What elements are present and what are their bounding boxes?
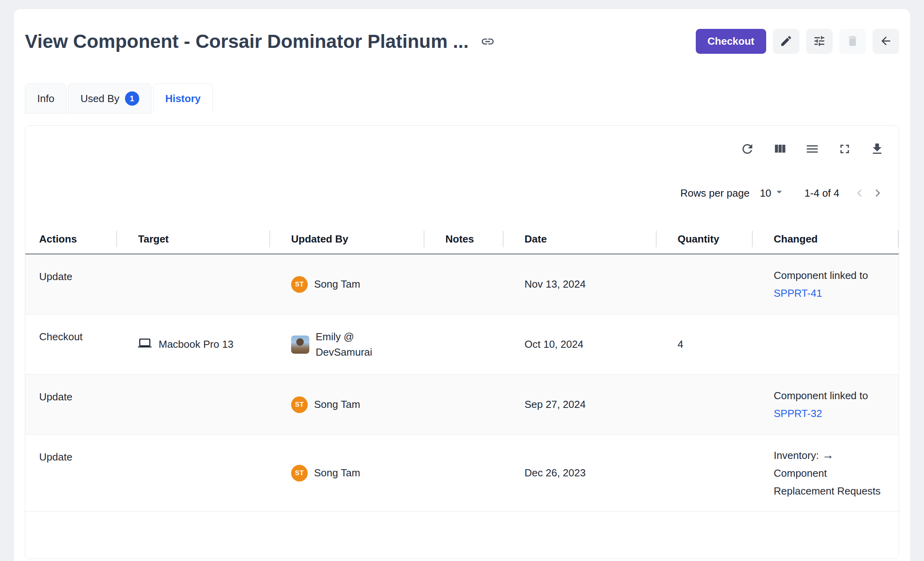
changed-text: Component linked to [774,387,868,405]
tab-history[interactable]: History [153,83,213,114]
tab-bar: Info Used By 1 History [25,83,899,114]
cell-notes [424,254,504,314]
page-title: View Component - Corsair Dominator Plati… [25,30,469,52]
arrow-right-icon: → [822,448,834,461]
avatar: ST [291,396,308,413]
previous-page-button[interactable] [850,184,869,202]
cell-changed: Inventory:→ Component Replacement Reques… [753,435,899,511]
column-header-updated-by[interactable]: Updated By [270,233,424,245]
avatar: ST [291,276,308,293]
page-header: View Component - Corsair Dominator Plati… [25,9,899,54]
used-by-count-badge: 1 [125,91,139,106]
density-icon[interactable] [805,142,820,156]
cell-notes [424,435,504,511]
next-page-button[interactable] [869,184,887,202]
spprt-link[interactable]: SPPRT-41 [774,284,868,302]
cell-changed: Component linked to SPPRT-32 [753,375,899,434]
column-header-changed[interactable]: Changed [753,233,899,245]
laptop-icon [138,336,151,353]
main-card: View Component - Corsair Dominator Plati… [14,9,910,561]
rows-per-page-select[interactable]: 10 [760,186,786,201]
column-header-target[interactable]: Target [117,233,270,245]
cell-changed: Component linked to SPPRT-41 [753,254,899,314]
settings-button[interactable] [806,29,833,54]
tab-history-label: History [165,93,201,105]
empty-table-footer [25,512,899,559]
copy-link-icon[interactable] [481,34,495,49]
pagination-bar: Rows per page 10 1-4 of 4 [25,184,899,202]
fullscreen-icon[interactable] [837,142,852,156]
cell-quantity [657,435,753,511]
download-icon[interactable] [870,142,884,156]
cell-updated-by: ST Song Tam [270,435,424,511]
pencil-icon [780,34,793,49]
cell-date: Sep 27, 2024 [504,375,657,434]
cell-quantity: 4 [657,315,753,374]
cell-target [117,254,270,314]
changed-text: Component [774,464,880,482]
target-name: Macbook Pro 13 [159,338,233,351]
edit-button[interactable] [773,29,799,54]
changed-text: Inventory: [774,449,819,461]
cell-updated-by: ST Song Tam [270,254,424,314]
spprt-link[interactable]: SPPRT-32 [774,405,868,423]
avatar: ST [291,465,308,481]
table-row: Update ST Song Tam Nov 13, 2024 Componen… [25,254,899,315]
column-header-notes[interactable]: Notes [424,233,504,245]
back-button[interactable] [873,29,899,54]
trash-icon [846,34,859,49]
checkout-button[interactable]: Checkout [696,29,766,54]
cell-date: Oct 10, 2024 [504,315,657,374]
cell-target [117,435,270,511]
updated-by-name: Song Tam [314,397,360,412]
cell-date: Nov 13, 2024 [504,254,657,314]
cell-notes [424,315,504,374]
changed-text: Component linked to [774,267,868,284]
history-table-card: Rows per page 10 1-4 of 4 Actions Target… [25,125,899,559]
changed-text: Replacement Requests [774,482,880,500]
column-header-actions[interactable]: Actions [25,233,117,245]
column-header-quantity[interactable]: Quantity [657,233,753,245]
table-row: Update ST Song Tam Dec 26, 2023 Inventor… [25,435,899,512]
cell-quantity [657,254,753,314]
table-header-row: Actions Target Updated By Notes Date Qua… [25,224,899,254]
avatar-photo [291,335,309,354]
cell-target: Macbook Pro 13 [117,315,270,374]
updated-by-name: Song Tam [314,277,360,292]
cell-changed [753,315,899,374]
rows-per-page-value: 10 [760,187,771,199]
show-hide-columns-icon[interactable] [773,142,787,156]
updated-by-name: Emily @ DevSamurai [316,329,387,360]
cell-quantity [657,375,753,434]
arrow-back-icon [879,34,892,49]
cell-action: Checkout [25,315,117,374]
cell-date: Dec 26, 2023 [504,435,657,511]
tab-info-label: Info [37,93,54,105]
refresh-icon[interactable] [740,142,755,156]
tab-info[interactable]: Info [25,83,66,114]
updated-by-name: Song Tam [314,465,360,481]
cell-updated-by: Emily @ DevSamurai [270,315,424,374]
column-header-date[interactable]: Date [504,233,657,245]
cell-action: Update [25,254,117,314]
cell-updated-by: ST Song Tam [270,375,424,434]
sliders-icon [813,34,826,49]
table-row: Update ST Song Tam Sep 27, 2024 Componen… [25,375,899,435]
delete-button[interactable] [839,29,866,54]
tab-used-by-label: Used By [80,93,119,105]
rows-per-page-label: Rows per page [680,187,750,199]
cell-notes [424,375,504,434]
cell-action: Update [25,435,117,511]
tab-used-by[interactable]: Used By 1 [68,83,151,114]
cell-action: Update [25,375,117,434]
table-row: Checkout Macbook Pro 13 Emily @ DevSamur… [25,315,899,375]
cell-target [117,375,270,434]
pagination-range: 1-4 of 4 [805,187,839,199]
chevron-down-icon [773,186,786,201]
table-toolbar [25,126,899,156]
